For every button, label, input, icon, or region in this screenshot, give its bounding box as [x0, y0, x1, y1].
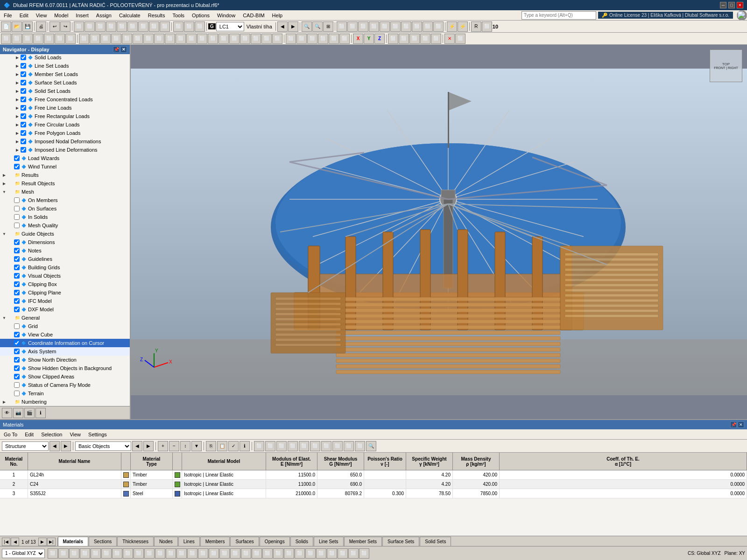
s28[interactable]: ⬜: [338, 548, 348, 559]
t2-8[interactable]: ⬜: [79, 34, 89, 44]
view-menu[interactable]: View: [66, 429, 85, 440]
calc-all-btn[interactable]: ⚡: [458, 21, 468, 32]
s1[interactable]: ⬜: [48, 548, 58, 559]
t2-29[interactable]: ⬜: [307, 34, 317, 44]
nav-check-imposed-nodal[interactable]: [21, 139, 26, 144]
t2-11[interactable]: ⬜: [111, 34, 121, 44]
nav-item-clipping-box[interactable]: 🔷Clipping Box: [0, 280, 130, 288]
zoom-out[interactable]: 🔍: [312, 21, 323, 32]
btn11[interactable]: ⬜: [184, 21, 194, 32]
nav-check-free-circ-loads[interactable]: [21, 122, 26, 127]
nav-check-camera-fly[interactable]: [14, 382, 20, 388]
search-input[interactable]: [521, 11, 596, 20]
nav-item-mesh-quality[interactable]: 🔷Mesh Quality: [0, 221, 130, 230]
nav-expand-coord-cursor[interactable]: [8, 341, 13, 345]
axis-y[interactable]: Y: [364, 34, 374, 44]
nav-item-on-surfaces[interactable]: 🔷On Surfaces: [0, 204, 130, 213]
btn22[interactable]: ⬜: [433, 21, 444, 32]
tab-surface-sets[interactable]: Surface Sets: [382, 537, 419, 546]
filter-next[interactable]: ▶: [61, 441, 71, 451]
nav-check-surface-set-loads[interactable]: [21, 80, 26, 85]
nav-expand-result-objects[interactable]: ▶: [2, 181, 7, 186]
s11[interactable]: ⬜: [155, 548, 165, 559]
nav-item-solid-set-loads[interactable]: ▶🔷Solid Set Loads: [0, 87, 130, 95]
r2[interactable]: ⬜: [482, 21, 492, 32]
s19[interactable]: ⬜: [241, 548, 251, 559]
tab-line-sets[interactable]: Line Sets: [314, 537, 344, 546]
btn1[interactable]: ⬜: [74, 21, 84, 32]
cell-g-0[interactable]: 650.0: [317, 470, 364, 479]
nav-expand-dimensions[interactable]: [8, 240, 13, 245]
nav-expand-grid[interactable]: [8, 324, 13, 329]
nav-close-btn[interactable]: ✕: [120, 46, 127, 53]
nav-video-btn[interactable]: 🎬: [24, 408, 35, 418]
cell-gamma-2[interactable]: 78.50: [406, 489, 453, 498]
nav-expand-camera-fly[interactable]: [8, 383, 13, 387]
f1[interactable]: ⬜: [254, 441, 264, 451]
menu-help[interactable]: Help: [268, 10, 287, 21]
nav-item-view-cube[interactable]: 🔷View Cube: [0, 330, 130, 339]
s27[interactable]: ⬜: [327, 548, 337, 559]
s17[interactable]: ⬜: [219, 548, 230, 559]
t2-34[interactable]: ⬜: [399, 34, 409, 44]
cell-nu-2[interactable]: 0.300: [364, 489, 406, 498]
nav-check-coord-cursor[interactable]: [14, 340, 20, 346]
nav-expand-imposed-line[interactable]: ▶: [15, 147, 20, 152]
nav-expand-on-surfaces[interactable]: [8, 206, 13, 211]
nav-expand-free-line-loads[interactable]: ▶: [15, 105, 20, 110]
object-filter[interactable]: Basic Objects: [75, 441, 131, 451]
nav-check-building-grids[interactable]: [14, 265, 20, 270]
f7[interactable]: ⬜: [321, 441, 331, 451]
paste-btn[interactable]: 📋: [217, 441, 227, 451]
nav-check-free-poly-loads[interactable]: [21, 130, 26, 136]
nav-expand-member-set-loads[interactable]: ▶: [15, 72, 20, 77]
add-row-btn[interactable]: +: [158, 441, 168, 451]
tab-thicknesses[interactable]: Thicknesses: [117, 537, 154, 546]
t2-err[interactable]: ✕: [444, 34, 455, 44]
navigator-content[interactable]: 🔷Display Imperfections in Load Cases & C…: [0, 54, 130, 406]
nav-item-show-north[interactable]: 🔷Show North Direction: [0, 356, 130, 364]
nav-camera-btn[interactable]: 📷: [13, 408, 23, 418]
copy-btn[interactable]: ⎘: [206, 441, 216, 451]
nav-item-numbering[interactable]: ▶📁Numbering: [0, 398, 130, 406]
close-button[interactable]: ✕: [737, 2, 743, 8]
t2-18[interactable]: ⬜: [186, 34, 197, 44]
nav-item-solid-loads[interactable]: ▶🔷Solid Loads: [0, 54, 130, 62]
nav-expand-guide-objects[interactable]: ▼: [2, 231, 7, 236]
f8[interactable]: ⬜: [332, 441, 343, 451]
nav-expand-view-cube[interactable]: [8, 332, 13, 337]
tab-nodes[interactable]: Nodes: [154, 537, 178, 546]
cell-rho-2[interactable]: 7850.00: [453, 489, 500, 498]
nav-next[interactable]: ▶: [288, 21, 298, 32]
t2-1[interactable]: ⬜: [1, 34, 11, 44]
f10[interactable]: ⬜: [355, 441, 365, 451]
nav-expand-results[interactable]: ▶: [2, 173, 7, 177]
t2-31[interactable]: ⬜: [329, 34, 339, 44]
cell-alpha-0[interactable]: 0.0000: [500, 470, 747, 479]
r1[interactable]: R: [471, 21, 481, 32]
nav-check-show-north[interactable]: [14, 357, 20, 363]
t2-13[interactable]: ⬜: [133, 34, 143, 44]
nav-item-surface-set-loads[interactable]: ▶🔷Surface Set Loads: [0, 78, 130, 87]
s18[interactable]: ⬜: [230, 548, 240, 559]
table-row[interactable]: 2C24TimberIsotropic | Linear Elastic1100…: [0, 480, 747, 489]
btn10[interactable]: ⬜: [173, 21, 183, 32]
nav-item-grid[interactable]: 🔷Grid: [0, 322, 130, 330]
axis-x[interactable]: X: [353, 34, 363, 44]
t2-15[interactable]: ⬜: [154, 34, 164, 44]
zoom-in[interactable]: 🔍: [302, 21, 312, 32]
nav-expand-axis-system[interactable]: [8, 349, 13, 354]
btn13[interactable]: ⬜: [337, 21, 347, 32]
axis-z[interactable]: Z: [374, 34, 385, 44]
window-controls[interactable]: ─ □ ✕: [720, 2, 743, 8]
new-btn[interactable]: 📄: [1, 21, 11, 32]
nav-check-on-surfaces[interactable]: [14, 206, 20, 211]
menu-cad-bim[interactable]: CAD-BIM: [239, 10, 268, 21]
nav-check-hidden-objs[interactable]: [14, 365, 20, 371]
t2-27[interactable]: ⬜: [286, 34, 296, 44]
t2-10[interactable]: ⬜: [100, 34, 111, 44]
btn17[interactable]: ⬜: [380, 21, 390, 32]
cell-e-2[interactable]: 210000.0: [266, 489, 317, 498]
page-next[interactable]: ▶: [38, 538, 47, 546]
t2-14[interactable]: ⬜: [143, 34, 154, 44]
